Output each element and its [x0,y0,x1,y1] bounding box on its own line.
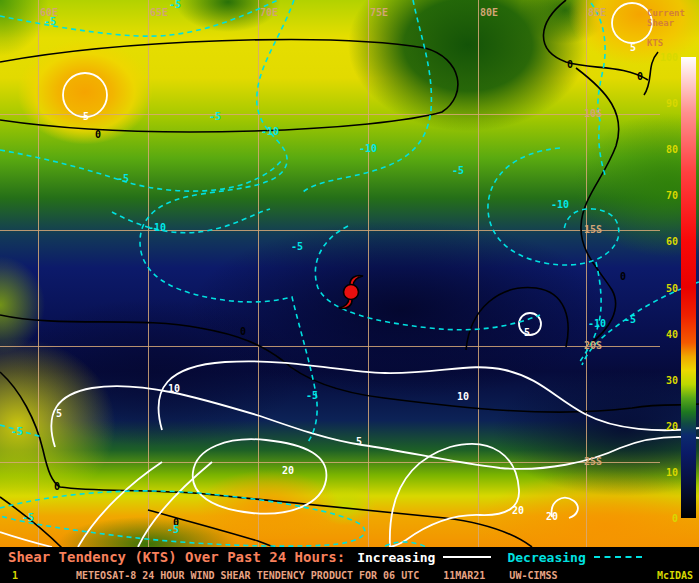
legend-title: Shear Tendency (KTS) Over Past 24 Hours: [8,549,345,565]
decreasing-label: Decreasing [507,550,585,565]
contour-value-label: 0 [54,482,60,492]
contour-value-label: 0 [620,272,626,282]
contour-value-label: -5 [291,242,303,252]
colorbar-tick-label: 60 [648,236,678,247]
increasing-solid-line-sample [443,556,491,558]
colorbar-tick-label: 20 [648,421,678,432]
contour-value-label: -5 [11,427,23,437]
contour-value-label: 0 [637,72,643,82]
colorbar-units: KTS [647,38,663,48]
contour-value-label: -10 [551,200,569,210]
colorbar-tick-label: 0 [648,513,678,524]
contour-value-label: -5 [624,315,636,325]
colorbar-tick-label: 80 [648,144,678,155]
contour-value-label: -10 [359,144,377,154]
colorbar-tick-label: 70 [648,190,678,201]
colorbar-tick-label: 90 [648,98,678,109]
contour-value-label: 5 [630,43,636,53]
contour-value-label: 10 [168,384,180,394]
contour-value-label: -5 [117,174,129,184]
colorbar-tick-label: 40 [648,329,678,340]
contour-value-label: 10 [457,392,469,402]
contour-value-label: 5 [356,437,362,447]
contour-value-label: 20 [282,466,294,476]
contour-value-label: 0 [240,327,246,337]
product-description: METEOSAT-8 24 HOUR WIND SHEAR TENDENCY P… [76,570,419,581]
latitude-label: 10S [584,109,602,119]
colorbar-tick-label: 50 [648,283,678,294]
legend-bar: Shear Tendency (KTS) Over Past 24 Hours:… [0,547,699,567]
latitude-label: 15S [584,225,602,235]
contour-value-label: 5 [524,328,530,338]
colorbar-title: CurrentShear [647,8,685,28]
latitude-label: 20S [584,341,602,351]
contour-value-label: 20 [546,512,558,522]
decreasing-dashed-line-sample [594,556,642,558]
contour-value-label: -5 [22,513,34,523]
contour-value-label: -5 [167,525,179,535]
contour-value-label: -5 [44,17,56,27]
contour-value-label: -5 [306,391,318,401]
contour-value-label: -10 [588,319,606,329]
shear-colorbar [681,57,696,518]
colorbar-tick-label: 30 [648,375,678,386]
frame-number: 1 [12,570,18,581]
product-source: UW-CIMSS [509,570,557,581]
contour-value-label: -10 [261,127,279,137]
contour-value-label: -10 [148,223,166,233]
contour-value-label: 5 [56,409,62,419]
colorbar-tick-label: 10 [648,467,678,478]
tropical-cyclone-icon [336,274,366,312]
colorbar-tick-label: 100 [648,52,678,63]
longitude-label: 65E [150,8,168,18]
contour-value-label: 5 [83,112,89,122]
increasing-label: Increasing [357,550,435,565]
longitude-label: 80E [480,8,498,18]
contour-value-label: -5 [452,166,464,176]
mcidas-frame: 60E65E70E75E80E85E10S15S20S25S 555510102… [0,0,699,583]
contour-value-label: 0 [95,130,101,140]
contour-value-label: -5 [209,112,221,122]
contour-value-label: 20 [512,506,524,516]
system-name: McIDAS [657,570,693,581]
longitude-label: 85E [588,8,606,18]
contour-value-label: 0 [567,60,573,70]
longitude-label: 70E [260,8,278,18]
product-date: 11MAR21 [443,570,485,581]
longitude-label: 75E [370,8,388,18]
status-bar: 1 METEOSAT-8 24 HOUR WIND SHEAR TENDENCY… [0,567,699,583]
contour-value-label: -5 [169,0,181,10]
shear-tendency-map: 60E65E70E75E80E85E10S15S20S25S 555510102… [0,0,699,547]
latitude-label: 25S [584,457,602,467]
